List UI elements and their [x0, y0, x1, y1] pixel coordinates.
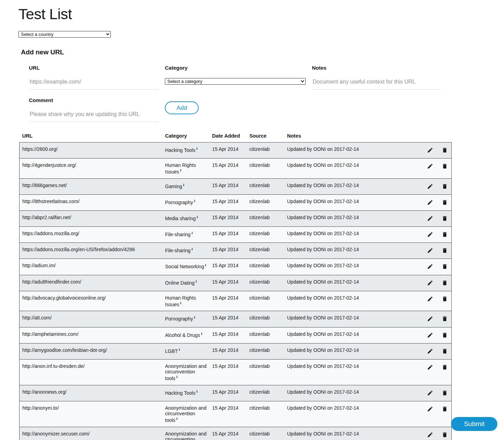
info-icon[interactable]: i: [192, 231, 193, 235]
date-added-cell: 15 Apr 2014: [209, 343, 247, 359]
pencil-icon: [427, 147, 433, 153]
delete-button[interactable]: [441, 279, 449, 287]
url-cell: http://advocacy.globalvoicesonline.org/: [20, 291, 162, 311]
edit-button[interactable]: [426, 431, 434, 439]
date-added-column-header: Date Added: [209, 133, 247, 142]
table-row: http://amygoodloe.com/lesbian-dot-org/ L…: [20, 343, 452, 359]
edit-button[interactable]: [426, 405, 434, 413]
delete-button[interactable]: [441, 331, 449, 339]
url-table-body: https://2600.org/ Hacking Toolsi 15 Apr …: [20, 142, 452, 440]
table-row: http://anonymizer.secuser.com/ Anonymiza…: [20, 427, 452, 440]
edit-cell: [422, 343, 437, 359]
edit-button[interactable]: [426, 389, 434, 397]
delete-button[interactable]: [441, 405, 449, 413]
edit-button[interactable]: [426, 162, 434, 170]
delete-button[interactable]: [441, 263, 449, 270]
edit-button[interactable]: [426, 183, 434, 190]
notes-cell: Updated by OONI on 2017-02-14: [284, 401, 422, 427]
edit-button[interactable]: [426, 331, 434, 339]
delete-button[interactable]: [441, 431, 449, 439]
delete-button[interactable]: [441, 146, 449, 154]
comment-input[interactable]: [29, 110, 159, 122]
delete-button[interactable]: [441, 247, 449, 254]
trash-icon: [442, 183, 448, 190]
notes-input[interactable]: [312, 78, 441, 90]
trash-icon: [442, 231, 448, 238]
url-cell: http://4genderjustice.org/: [20, 159, 162, 179]
category-cell: Alcohol & Drugsi: [162, 327, 209, 343]
url-cell: http://alt.com/: [20, 311, 162, 327]
info-icon[interactable]: i: [196, 146, 197, 150]
category-cell: Human Rights Issuesi: [162, 159, 209, 179]
notes-cell: Updated by OONI on 2017-02-14: [284, 243, 422, 259]
edit-button[interactable]: [426, 263, 434, 270]
info-icon[interactable]: i: [194, 315, 195, 319]
category-cell: File-sharingi: [162, 243, 209, 259]
delete-button[interactable]: [441, 183, 449, 190]
delete-cell: [437, 259, 452, 275]
delete-button[interactable]: [441, 389, 449, 397]
edit-button[interactable]: [426, 279, 434, 287]
add-button[interactable]: Add: [165, 101, 199, 114]
trash-icon: [442, 296, 448, 302]
pencil-icon: [427, 348, 433, 354]
delete-button[interactable]: [441, 215, 449, 222]
edit-button[interactable]: [426, 363, 434, 371]
info-icon[interactable]: i: [201, 331, 202, 335]
delete-button[interactable]: [441, 162, 449, 170]
source-cell: citizenlab: [247, 327, 284, 343]
category-label: Alcohol & Drugs: [165, 332, 200, 338]
info-icon[interactable]: i: [194, 199, 195, 203]
info-icon[interactable]: i: [179, 347, 180, 352]
category-select[interactable]: Select a category: [165, 78, 306, 85]
delete-button[interactable]: [441, 295, 449, 303]
info-icon[interactable]: i: [196, 279, 197, 283]
info-icon[interactable]: i: [205, 263, 206, 267]
category-label: File-sharing: [165, 232, 191, 237]
category-label: File-sharing: [165, 248, 191, 253]
url-input[interactable]: [29, 78, 159, 90]
category-cell: Human Rights Issuesi: [162, 291, 209, 311]
date-added-cell: 15 Apr 2014: [209, 385, 247, 401]
edit-cell: [422, 327, 437, 343]
source-cell: citizenlab: [247, 259, 284, 275]
edit-button[interactable]: [426, 215, 434, 222]
delete-button[interactable]: [441, 363, 449, 371]
notes-cell: Updated by OONI on 2017-02-14: [284, 427, 422, 440]
info-icon[interactable]: i: [180, 301, 181, 305]
delete-button[interactable]: [441, 315, 449, 323]
edit-button[interactable]: [426, 146, 434, 154]
url-field-label: URL: [29, 65, 159, 71]
info-icon[interactable]: i: [176, 416, 177, 420]
category-label: Hacking Tools: [165, 390, 196, 395]
url-column-header: URL: [20, 133, 162, 142]
pencil-icon: [427, 390, 433, 396]
date-added-cell: 15 Apr 2014: [209, 291, 247, 311]
delete-button[interactable]: [441, 199, 449, 206]
category-label: Social Networking: [165, 264, 204, 269]
country-select[interactable]: Select a country: [18, 31, 111, 38]
pencil-icon: [427, 183, 433, 190]
delete-button[interactable]: [441, 231, 449, 238]
edit-button[interactable]: [426, 315, 434, 323]
edit-button[interactable]: [426, 295, 434, 303]
delete-cell: [437, 211, 452, 227]
table-row: http://666games.net/ Gamingi 15 Apr 2014…: [20, 178, 452, 194]
info-icon[interactable]: i: [197, 215, 198, 219]
info-icon[interactable]: i: [192, 247, 193, 251]
submit-button[interactable]: Submit: [451, 417, 497, 431]
url-cell: http://anonnews.org/: [20, 385, 162, 401]
delete-button[interactable]: [441, 347, 449, 355]
info-icon[interactable]: i: [180, 168, 181, 172]
trash-icon: [442, 215, 448, 222]
edit-button[interactable]: [426, 199, 434, 206]
page-title: Test List: [18, 6, 504, 23]
info-icon[interactable]: i: [183, 183, 184, 187]
info-icon[interactable]: i: [176, 375, 177, 379]
edit-button[interactable]: [426, 231, 434, 238]
edit-button[interactable]: [426, 247, 434, 254]
source-column-header: Source: [247, 133, 284, 142]
edit-button[interactable]: [426, 347, 434, 355]
category-label: Gaming: [165, 184, 182, 189]
info-icon[interactable]: i: [196, 389, 197, 393]
